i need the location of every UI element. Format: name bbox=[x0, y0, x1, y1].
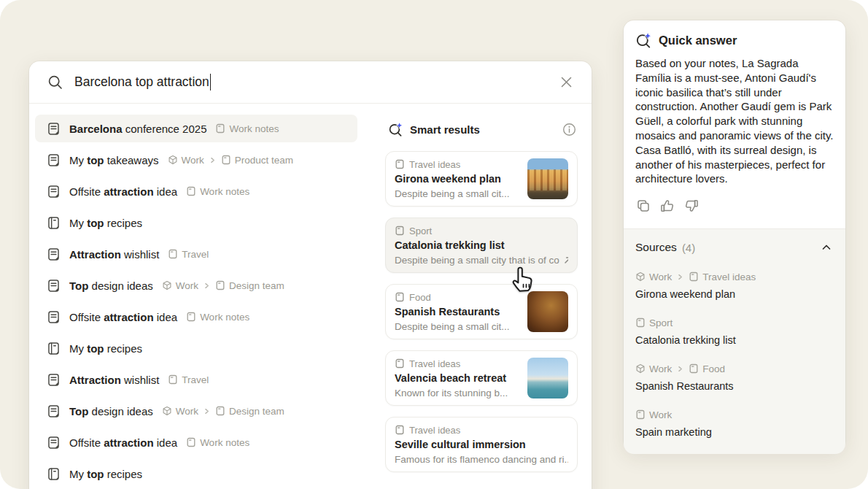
result-row[interactable]: Offsite attraction ideaWork notes bbox=[35, 177, 357, 205]
result-title: My top recipes bbox=[69, 217, 142, 229]
quick-answer-header: Quick answer bbox=[624, 20, 845, 53]
breadcrumb-label: Work notes bbox=[200, 437, 249, 448]
breadcrumb: Travel bbox=[168, 249, 209, 260]
card-thumbnail-valencia bbox=[527, 358, 568, 398]
doc-icon bbox=[47, 185, 61, 199]
breadcrumb-item: Product team bbox=[221, 155, 293, 166]
card-description: Famous for its flamenco dancing and ri..… bbox=[395, 453, 568, 466]
space-cube-icon bbox=[168, 155, 178, 165]
result-row[interactable]: Attraction wishlistTravel bbox=[35, 240, 357, 268]
breadcrumb-label: Travel ideas bbox=[702, 272, 756, 282]
result-row[interactable]: Barcelona conference 2025Work notes bbox=[35, 115, 357, 142]
doc-icon bbox=[47, 247, 61, 261]
page-icon bbox=[168, 374, 178, 385]
breadcrumb-label: Work notes bbox=[229, 123, 279, 134]
close-icon[interactable] bbox=[557, 73, 576, 92]
smart-result-card[interactable]: Travel ideasSeville cultural immersionFa… bbox=[385, 417, 578, 472]
source-item[interactable]: WorkTravel ideasGirona weekend plan bbox=[635, 270, 834, 301]
breadcrumb-item: Design team bbox=[215, 406, 284, 417]
source-title: Spanish Restaurants bbox=[635, 379, 834, 393]
breadcrumb-item: Work bbox=[162, 406, 198, 417]
result-row[interactable]: Offsite attraction ideaWork notes bbox=[35, 428, 357, 456]
doc-icon bbox=[47, 310, 61, 324]
page-icon bbox=[395, 226, 405, 236]
space-cube-icon bbox=[162, 406, 172, 416]
thumbs-up-icon[interactable] bbox=[659, 198, 675, 214]
source-item[interactable]: WorkFoodSpanish Restaurants bbox=[635, 362, 834, 393]
result-row[interactable]: My top recipes bbox=[35, 209, 357, 236]
search-panel: Barcelona top attraction Barcelona confe… bbox=[29, 61, 592, 489]
breadcrumb-label: Work bbox=[649, 272, 672, 282]
result-row[interactable]: Offsite attraction ideaWork notes bbox=[35, 303, 357, 331]
card-description: Despite being a small cit... bbox=[395, 320, 520, 334]
breadcrumb-item: Work bbox=[635, 272, 672, 282]
result-row[interactable]: My top recipes bbox=[35, 334, 357, 362]
breadcrumb: Travel bbox=[168, 374, 209, 385]
breadcrumb-label: Work bbox=[649, 363, 672, 374]
smart-result-card[interactable]: SportCatalonia trekking listDespite bein… bbox=[385, 217, 578, 273]
text-caret bbox=[210, 74, 212, 91]
sources-section: Sources (4) WorkTravel ideasGirona weeke… bbox=[624, 228, 845, 454]
breadcrumb: WorkProduct team bbox=[168, 155, 294, 166]
card-category: Food bbox=[395, 290, 520, 304]
card-title: Spanish Restaurants bbox=[395, 304, 520, 320]
result-row[interactable]: Top design ideasWorkDesign team bbox=[35, 397, 357, 425]
quick-answer-panel: Quick answer Based on your notes, La Sag… bbox=[624, 20, 845, 451]
breadcrumb-item: Travel bbox=[168, 374, 209, 385]
card-category-label: Travel ideas bbox=[409, 159, 460, 170]
breadcrumb-item: Work bbox=[168, 155, 204, 166]
smart-result-card[interactable]: Travel ideasGirona weekend planDespite b… bbox=[385, 151, 578, 207]
search-input[interactable]: Barcelona top attraction bbox=[74, 74, 211, 91]
breadcrumb: WorkDesign team bbox=[162, 406, 284, 417]
breadcrumb-label: Work bbox=[182, 155, 204, 166]
breadcrumb: Sport bbox=[635, 316, 834, 329]
smart-result-card[interactable]: FoodSpanish RestaurantsDespite being a s… bbox=[385, 284, 578, 339]
search-icon bbox=[45, 73, 64, 92]
result-title: Barcelona conference 2025 bbox=[69, 123, 206, 135]
chevron-up-icon[interactable] bbox=[819, 240, 834, 255]
thumbs-down-icon[interactable] bbox=[683, 198, 700, 214]
search-panel-body: Barcelona conference 2025Work notesMy to… bbox=[29, 104, 592, 489]
sources-count: (4) bbox=[682, 242, 695, 254]
doc-icon bbox=[47, 153, 61, 167]
card-text: SportCatalonia trekking listDespite bein… bbox=[395, 224, 568, 267]
search-query-text: Barcelona top attraction bbox=[74, 74, 209, 90]
sources-title: Sources bbox=[635, 241, 677, 254]
breadcrumb-label: Travel bbox=[182, 374, 209, 385]
breadcrumb-item: Work notes bbox=[186, 312, 249, 323]
source-item[interactable]: SportCatalonia trekking list bbox=[635, 316, 834, 347]
breadcrumb: WorkDesign team bbox=[162, 280, 284, 291]
result-row[interactable]: Attraction wishlistTravel bbox=[35, 366, 357, 393]
page-icon bbox=[395, 425, 405, 435]
result-row[interactable]: My top recipes bbox=[35, 460, 357, 488]
page-icon bbox=[689, 272, 699, 282]
sources-list: WorkTravel ideasGirona weekend planSport… bbox=[635, 270, 834, 439]
app-screen: Barcelona top attraction Barcelona confe… bbox=[0, 0, 868, 489]
card-title: Girona weekend plan bbox=[395, 172, 520, 187]
card-category: Travel ideas bbox=[395, 423, 568, 437]
page-icon bbox=[186, 186, 196, 196]
page-icon bbox=[395, 358, 405, 369]
quick-answer-actions bbox=[624, 186, 845, 228]
source-item[interactable]: WorkSpain marketing bbox=[635, 408, 834, 439]
notebook-icon bbox=[47, 342, 61, 355]
smart-results-header: Smart results bbox=[388, 120, 576, 138]
space-cube-icon bbox=[635, 363, 646, 374]
open-arrow-icon bbox=[563, 255, 568, 265]
card-description: Despite being a small city that is of co bbox=[395, 253, 568, 267]
sources-header: Sources (4) bbox=[635, 239, 834, 255]
copy-icon[interactable] bbox=[635, 198, 651, 214]
chevron-right-icon bbox=[677, 274, 683, 280]
info-icon[interactable] bbox=[562, 122, 576, 136]
breadcrumb-item: Work bbox=[635, 363, 672, 374]
page-icon bbox=[395, 159, 405, 169]
smart-cards-list: Travel ideasGirona weekend planDespite b… bbox=[385, 151, 578, 472]
card-category: Travel ideas bbox=[395, 357, 520, 371]
smart-result-card[interactable]: Travel ideasValencia beach retreatKnown … bbox=[385, 350, 578, 406]
chevron-right-icon bbox=[204, 408, 210, 415]
card-title: Valencia beach retreat bbox=[395, 371, 520, 386]
result-row[interactable]: Top design ideasWorkDesign team bbox=[35, 272, 357, 299]
breadcrumb: WorkTravel ideas bbox=[635, 270, 834, 283]
result-row[interactable]: My top takeawaysWorkProduct team bbox=[35, 146, 357, 174]
breadcrumb-item: Travel bbox=[168, 249, 209, 260]
